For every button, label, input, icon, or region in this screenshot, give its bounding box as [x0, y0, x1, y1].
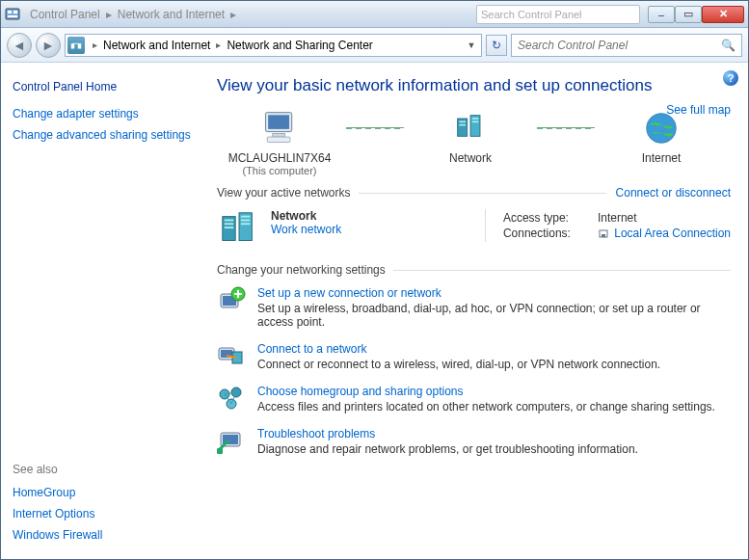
- homegroup-icon: [217, 385, 246, 412]
- svg-rect-20: [225, 220, 234, 222]
- nav-back-button[interactable]: ◄: [7, 33, 32, 58]
- computer-icon: [258, 109, 301, 147]
- maximize-button[interactable]: ▭: [675, 6, 702, 23]
- connection-link[interactable]: Local Area Connection: [614, 227, 731, 240]
- active-network-name: Network: [271, 209, 341, 223]
- chevron-right-icon: ▸: [212, 40, 225, 50]
- chevron-right-icon: ▸: [228, 8, 238, 21]
- task-troubleshoot-desc: Diagnose and repair network problems, or…: [257, 442, 638, 456]
- seealso-internet-options[interactable]: Internet Options: [13, 507, 192, 520]
- refresh-button[interactable]: ↻: [486, 35, 507, 56]
- seealso-windows-firewall[interactable]: Windows Firewall: [13, 528, 192, 542]
- address-dropdown-button[interactable]: ▼: [464, 40, 479, 50]
- svg-rect-21: [225, 223, 234, 225]
- navbar: ◄ ► ▸ Network and Internet ▸ Network and…: [1, 28, 748, 63]
- task-homegroup: Choose homegroup and sharing options Acc…: [217, 385, 731, 413]
- active-networks-label: View your active networks: [217, 186, 351, 200]
- main-content: ? View your basic network information an…: [203, 63, 748, 559]
- connect-network-icon: [217, 342, 246, 369]
- chevron-right-icon: ▸: [104, 8, 114, 21]
- network-map: See full map MCLAUGHLIN7X64 (This comput…: [217, 109, 731, 176]
- task-setup-link[interactable]: Set up a new connection or network: [257, 286, 731, 300]
- svg-rect-14: [472, 118, 479, 120]
- sidebar-link-advanced-sharing[interactable]: Change advanced sharing settings: [13, 128, 192, 142]
- svg-rect-2: [13, 11, 17, 13]
- access-type-value: Internet: [598, 211, 637, 225]
- svg-rect-4: [71, 43, 75, 48]
- control-panel-home-link[interactable]: Control Panel Home: [13, 80, 192, 93]
- close-button[interactable]: ✕: [702, 6, 744, 23]
- task-connect-desc: Connect or reconnect to a wireless, wire…: [257, 358, 660, 371]
- svg-rect-24: [241, 220, 251, 222]
- see-also-header: See also: [13, 463, 192, 476]
- svg-rect-22: [225, 227, 234, 228]
- chevron-right-icon: ▸: [89, 40, 101, 50]
- svg-rect-5: [78, 43, 82, 48]
- titlebar-search-ghost: Search Control Panel: [476, 5, 640, 24]
- titlebar[interactable]: Control Panel ▸ Network and Internet ▸ S…: [1, 1, 748, 28]
- svg-rect-12: [459, 121, 466, 123]
- change-settings-header: Change your networking settings: [217, 263, 731, 277]
- minimize-button[interactable]: –: [648, 6, 675, 23]
- help-icon[interactable]: ?: [723, 70, 738, 86]
- task-homegroup-link[interactable]: Choose homegroup and sharing options: [257, 385, 715, 398]
- task-connect-link[interactable]: Connect to a network: [257, 342, 660, 356]
- search-box[interactable]: 🔍: [511, 34, 742, 57]
- titlebar-crumb-1: Control Panel: [26, 8, 104, 21]
- svg-rect-13: [459, 124, 466, 126]
- sidebar-link-adapter[interactable]: Change adapter settings: [13, 107, 192, 120]
- task-setup-connection: Set up a new connection or network Set u…: [217, 286, 731, 329]
- change-settings-label: Change your networking settings: [217, 263, 386, 277]
- control-panel-icon: [5, 7, 20, 22]
- map-connector-icon: [346, 127, 404, 129]
- svg-rect-39: [217, 448, 223, 454]
- svg-rect-15: [472, 121, 479, 123]
- see-full-map-link[interactable]: See full map: [666, 103, 731, 117]
- nav-forward-button[interactable]: ►: [36, 33, 61, 58]
- task-troubleshoot: Troubleshoot problems Diagnose and repai…: [217, 427, 731, 456]
- svg-rect-25: [241, 223, 251, 225]
- svg-rect-9: [267, 137, 290, 142]
- map-computer-sublabel: (This computer): [242, 165, 316, 176]
- map-node-computer[interactable]: MCLAUGHLIN7X64 (This computer): [217, 109, 342, 176]
- svg-rect-3: [8, 15, 17, 17]
- titlebar-crumb-2: Network and Internet: [114, 8, 228, 21]
- breadcrumb-seg-1[interactable]: Network and Internet: [101, 39, 212, 52]
- map-computer-label: MCLAUGHLIN7X64: [228, 151, 332, 165]
- network-icon: [449, 109, 492, 147]
- map-internet-label: Internet: [642, 151, 682, 165]
- svg-rect-8: [273, 133, 285, 137]
- task-setup-desc: Set up a wireless, broadband, dial-up, a…: [257, 302, 731, 329]
- task-connect-network: Connect to a network Connect or reconnec…: [217, 342, 731, 371]
- address-bar[interactable]: ▸ Network and Internet ▸ Network and Sha…: [65, 34, 482, 57]
- network-type-icon: [217, 209, 261, 250]
- page-heading: View your basic network information and …: [217, 76, 731, 95]
- troubleshoot-icon: [217, 427, 246, 454]
- breadcrumb-seg-2[interactable]: Network and Sharing Center: [225, 39, 374, 52]
- sidebar: Control Panel Home Change adapter settin…: [1, 63, 203, 559]
- access-type-label: Access type:: [503, 211, 590, 225]
- seealso-homegroup[interactable]: HomeGroup: [13, 486, 192, 499]
- active-network-type-link[interactable]: Work network: [271, 223, 341, 236]
- svg-rect-7: [268, 115, 289, 129]
- task-troubleshoot-link[interactable]: Troubleshoot problems: [257, 427, 638, 440]
- task-homegroup-desc: Access files and printers located on oth…: [257, 400, 715, 413]
- ethernet-icon: [598, 228, 609, 240]
- setup-connection-icon: [217, 286, 246, 313]
- map-node-network[interactable]: Network: [408, 109, 533, 176]
- window-frame: Control Panel ▸ Network and Internet ▸ S…: [0, 0, 749, 560]
- svg-rect-23: [241, 216, 251, 218]
- svg-rect-1: [8, 11, 12, 13]
- search-input[interactable]: [518, 39, 721, 52]
- connections-label: Connections:: [503, 227, 590, 240]
- svg-rect-0: [6, 9, 19, 19]
- map-node-internet[interactable]: Internet: [599, 109, 724, 176]
- map-connector-icon: [537, 127, 595, 129]
- network-center-icon: [67, 37, 85, 54]
- connect-disconnect-link[interactable]: Connect or disconnect: [606, 186, 731, 200]
- svg-rect-27: [602, 234, 605, 237]
- active-networks-header: View your active networks Connect or dis…: [217, 186, 731, 200]
- search-icon: 🔍: [721, 39, 736, 52]
- map-network-label: Network: [449, 151, 492, 165]
